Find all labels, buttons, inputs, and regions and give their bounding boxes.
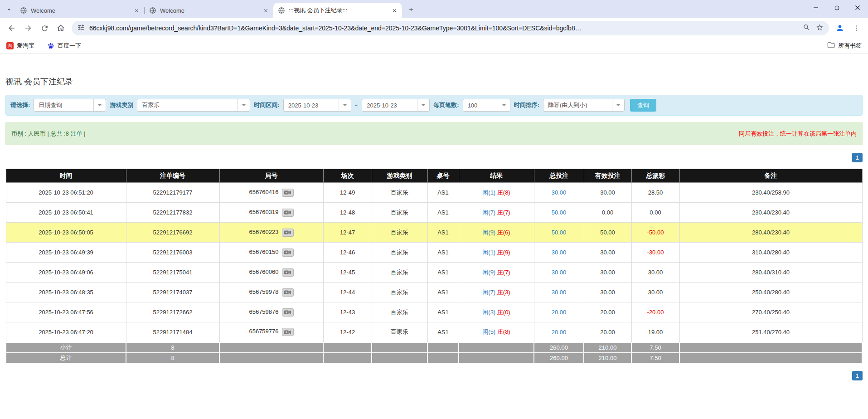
- video-camera-icon[interactable]: [282, 189, 294, 197]
- video-camera-icon[interactable]: [282, 268, 294, 277]
- cell-total-bet[interactable]: 30.00: [534, 183, 584, 203]
- cell-total-bet[interactable]: 30.00: [534, 263, 584, 283]
- cell-total-bet[interactable]: 30.00: [534, 243, 584, 263]
- bookmark-baidu[interactable]: 百度一下: [47, 42, 81, 50]
- cell-payout: 30.00: [631, 283, 679, 302]
- query-type-select[interactable]: 日期查询: [34, 99, 106, 112]
- cell-bet-id: 522912172662: [126, 302, 219, 322]
- folder-icon: [827, 41, 835, 50]
- cell-time: 2025-10-23 06:51:20: [6, 183, 126, 203]
- cell-total-bet[interactable]: 50.00: [534, 203, 584, 223]
- total-session: [323, 353, 372, 363]
- cell-total-bet[interactable]: 50.00: [534, 223, 584, 243]
- cell-valid-bet: 30.00: [584, 183, 631, 203]
- url-bar[interactable]: 66cxkj98.com/game/betrecord_search/kind3…: [72, 21, 829, 35]
- bookmark-star-icon[interactable]: [816, 24, 824, 33]
- subtotal-total-bet: 260.00: [534, 342, 584, 353]
- close-window-icon[interactable]: [847, 0, 868, 15]
- home-icon[interactable]: [53, 20, 69, 36]
- bookmark-taobao[interactable]: 淘 爱淘宝: [6, 42, 34, 50]
- table-row: 2025-10-23 06:48:35522912174037656759978…: [6, 283, 862, 302]
- valid-bet-note-text: 同局有效投注，统一计算在该局第一张注单内: [739, 130, 857, 138]
- video-camera-icon[interactable]: [282, 308, 294, 317]
- result-player: 闲(3): [482, 309, 495, 316]
- cell-result: 闲(3) 庄(0): [459, 302, 534, 322]
- total-result: [459, 353, 534, 363]
- refresh-icon[interactable]: [36, 20, 53, 36]
- all-bookmarks-button[interactable]: 所有书签: [827, 41, 862, 50]
- video-camera-icon[interactable]: [282, 288, 294, 297]
- cell-bet-id: 522912177832: [126, 203, 219, 223]
- forward-icon[interactable]: [20, 20, 36, 36]
- date-end-select[interactable]: 2025-10-23: [362, 99, 430, 112]
- sort-select[interactable]: 降幂(由大到小): [543, 99, 625, 112]
- close-icon[interactable]: [390, 6, 398, 15]
- tab-welcome-1[interactable]: Welcome: [15, 3, 144, 18]
- video-camera-icon[interactable]: [282, 328, 294, 336]
- browser-toolbar: 66cxkj98.com/game/betrecord_search/kind3…: [0, 18, 868, 38]
- profile-avatar-icon[interactable]: [832, 20, 848, 36]
- video-camera-icon[interactable]: [282, 209, 294, 217]
- game-type-select[interactable]: 百家乐: [137, 99, 250, 112]
- sort-value: 降幂(由大到小): [543, 101, 612, 109]
- cell-total-bet[interactable]: 30.00: [534, 283, 584, 302]
- new-tab-icon[interactable]: [405, 3, 417, 16]
- cell-result: 闲(7) 庄(7): [459, 203, 534, 223]
- cell-game-type: 百家乐: [372, 183, 427, 203]
- tab-search-icon[interactable]: [3, 3, 15, 16]
- cell-remark: 251.40/270.40: [679, 322, 862, 342]
- chevron-down-icon: [417, 99, 429, 111]
- total-payout: 7.50: [631, 353, 679, 363]
- minimize-icon[interactable]: [805, 0, 826, 15]
- page-size-label: 每页笔数:: [433, 101, 459, 109]
- search-button[interactable]: 查询: [630, 99, 656, 112]
- subtotal-payout: 7.50: [631, 342, 679, 353]
- globe-icon: [278, 7, 285, 14]
- chevron-down-icon: [612, 99, 624, 111]
- subtotal-label: 小计: [6, 342, 126, 353]
- header-bet-id: 注单编号: [126, 169, 219, 183]
- close-icon[interactable]: [132, 6, 141, 15]
- cell-total-bet[interactable]: 20.00: [534, 322, 584, 342]
- video-camera-icon[interactable]: [282, 229, 294, 237]
- cell-valid-bet: 20.00: [584, 302, 631, 322]
- video-camera-icon[interactable]: [282, 248, 294, 257]
- date-start-select[interactable]: 2025-10-23: [283, 99, 351, 112]
- close-icon[interactable]: [262, 6, 270, 15]
- kebab-menu-icon[interactable]: [848, 20, 864, 36]
- chevron-down-icon: [339, 99, 351, 111]
- tab-bet-record[interactable]: :::视讯 会员下注纪录:::: [273, 3, 402, 18]
- page-1-button[interactable]: 1: [852, 371, 863, 380]
- header-valid-bet: 有效投注: [584, 169, 631, 183]
- cell-remark: 280.40/310.40: [679, 263, 862, 283]
- zoom-icon[interactable]: [803, 24, 810, 33]
- cell-session: 12-45: [323, 263, 372, 283]
- page-size-value: 100: [463, 102, 498, 109]
- tab-title: Welcome: [31, 7, 132, 14]
- result-banker: 庄(3): [497, 289, 510, 296]
- total-table: [427, 353, 459, 363]
- total-label: 总计: [6, 353, 126, 363]
- cell-time: 2025-10-23 06:49:06: [6, 263, 126, 283]
- page-size-select[interactable]: 100: [463, 99, 510, 112]
- back-icon[interactable]: [4, 20, 20, 36]
- subtotal-count: 8: [126, 342, 219, 353]
- cell-total-bet[interactable]: 20.00: [534, 302, 584, 322]
- header-total-bet: 总投注: [534, 169, 584, 183]
- page-1-button[interactable]: 1: [852, 153, 863, 162]
- sort-label: 时间排序:: [514, 101, 539, 109]
- tab-welcome-2[interactable]: Welcome: [145, 3, 273, 18]
- result-player: 闲(7): [482, 289, 495, 296]
- cell-time: 2025-10-23 06:49:39: [6, 243, 126, 263]
- result-player: 闲(7): [482, 209, 495, 216]
- table-row: 2025-10-23 06:49:06522912175041656760060…: [6, 263, 862, 283]
- date-start-value: 2025-10-23: [284, 102, 339, 109]
- maximize-icon[interactable]: [826, 0, 847, 15]
- result-banker: 庄(0): [497, 309, 510, 316]
- site-info-icon[interactable]: [77, 24, 85, 33]
- date-end-value: 2025-10-23: [362, 102, 417, 109]
- result-player: 闲(5): [482, 328, 495, 335]
- header-session: 场次: [323, 169, 372, 183]
- bet-table-body: 2025-10-23 06:51:20522912179177656760416…: [6, 183, 862, 363]
- baidu-paw-icon: [47, 42, 54, 49]
